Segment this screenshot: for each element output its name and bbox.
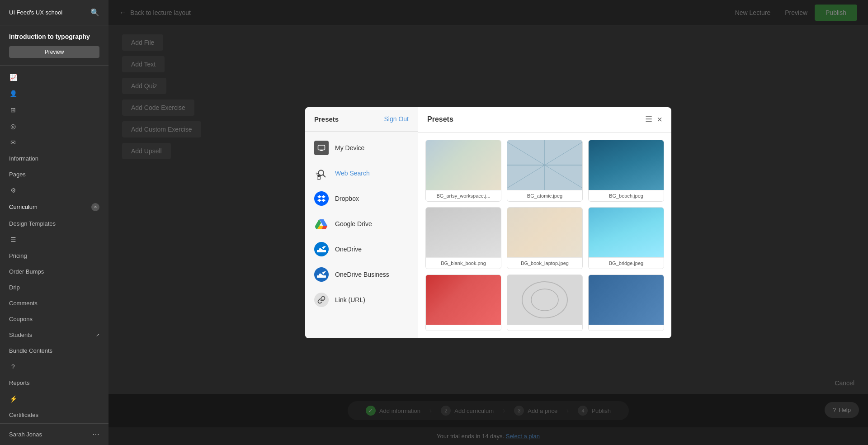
sidebar-item-reports[interactable]: Reports [0, 375, 108, 391]
comments-label: Comments [9, 300, 38, 307]
sidebar-item-dashboard[interactable]: ⊞ [0, 102, 108, 118]
file-item-blank-book[interactable]: BG_blank_book.png [425, 207, 501, 269]
list-icon: ☰ [9, 236, 17, 243]
device-icon [314, 141, 329, 155]
sidebar-item-pages[interactable]: Pages [0, 166, 108, 182]
file-item-book-laptop[interactable]: BG_book_laptop.jpeg [507, 207, 583, 269]
pages-label: Pages [9, 171, 26, 178]
curriculum-badge: ○ [91, 203, 99, 211]
search-icon[interactable]: 🔍 [90, 8, 99, 17]
file-thumb-beach [589, 140, 664, 190]
sidebar-item-curriculum[interactable]: Curriculum ○ [0, 199, 108, 216]
dashboard-icon: ⊞ [9, 106, 17, 114]
sidebar-item-certificates[interactable]: Certificates [0, 407, 108, 423]
dropbox-icon [314, 191, 329, 206]
students-label: Students [9, 331, 32, 338]
sidebar-item-pricing[interactable]: Pricing [0, 248, 108, 264]
sidebar-item-lightning[interactable]: ⚡ [0, 391, 108, 407]
sidebar-item-messages[interactable]: ✉ [0, 134, 108, 151]
help-circle-icon: ? [9, 363, 17, 370]
source-item-my-device[interactable]: My Device [305, 135, 418, 161]
file-name-beach: BG_beach.jpeg [589, 190, 664, 201]
file-thumb-atomic [507, 140, 582, 190]
sidebar-item-list[interactable]: ☰ [0, 232, 108, 248]
file-item-beach[interactable]: BG_beach.jpeg [588, 140, 664, 202]
file-item-artsy[interactable]: BG_artsy_workspace.j... [425, 140, 501, 202]
file-name-atomic: BG_atomic.jpeg [507, 190, 582, 201]
file-name-book-laptop: BG_book_laptop.jpeg [507, 257, 582, 269]
file-name-row3-3 [589, 325, 664, 331]
source-list: My Device Web Search 🖱 [305, 132, 418, 338]
close-modal-button[interactable]: × [657, 114, 662, 125]
sidebar-item-help-circle[interactable]: ? [0, 359, 108, 375]
file-picker-modal: Presets Sign Out My Device [305, 107, 671, 338]
modal-overlay: Presets Sign Out My Device [108, 0, 868, 445]
app-title: UI Feed's UX school [9, 9, 62, 16]
sign-out-link[interactable]: Sign Out [384, 115, 409, 123]
file-item-bridge[interactable]: BG_bridge.jpeg [588, 207, 664, 269]
file-panel-controls: ☰ × [645, 114, 662, 125]
file-thumb-gray [507, 275, 582, 325]
order-bumps-label: Order Bumps [9, 268, 44, 275]
coupons-label: Coupons [9, 316, 33, 322]
source-item-link-url[interactable]: Link (URL) [305, 287, 418, 312]
sidebar-item-comments[interactable]: Comments [0, 295, 108, 311]
main-content: ← Back to lecture layout New Lecture Pre… [108, 0, 868, 445]
link-url-icon [314, 293, 329, 307]
list-view-icon[interactable]: ☰ [645, 114, 652, 124]
file-panel: Presets ☰ × BG_artsy_workspace.j... [418, 107, 671, 338]
sidebar-item-students[interactable]: Students ↗ [0, 327, 108, 343]
drip-label: Drip [9, 284, 20, 291]
certificates-label: Certificates [9, 412, 38, 418]
source-item-google-drive[interactable]: Google Drive [305, 211, 418, 237]
file-name-bridge: BG_bridge.jpeg [589, 257, 664, 269]
sidebar-item-drip[interactable]: Drip [0, 279, 108, 295]
sidebar-item-settings[interactable]: ⚙ [0, 182, 108, 199]
file-item-row3-3[interactable] [588, 275, 664, 331]
source-item-dropbox[interactable]: Dropbox [305, 186, 418, 211]
source-google-drive-label: Google Drive [335, 220, 372, 227]
sidebar-header: UI Feed's UX school 🔍 [0, 0, 108, 25]
svg-rect-0 [318, 145, 325, 150]
sidebar-item-design-templates[interactable]: Design Templates [0, 216, 108, 232]
source-item-onedrive[interactable]: OneDrive [305, 237, 418, 262]
external-link-icon: ↗ [96, 332, 99, 337]
sidebar-item-information[interactable]: Information [0, 151, 108, 166]
pricing-label: Pricing [9, 252, 27, 259]
source-item-onedrive-business[interactable]: OneDrive Business [305, 262, 418, 287]
sidebar-footer: Sarah Jonas ⋯ [0, 423, 108, 445]
sidebar-item-coupons[interactable]: Coupons [0, 311, 108, 327]
source-my-device-label: My Device [335, 144, 364, 151]
sidebar-preview-button[interactable]: Preview [9, 46, 99, 58]
information-label: Information [9, 155, 38, 162]
google-drive-icon [314, 217, 329, 231]
source-panel-title: Presets [314, 115, 339, 123]
file-item-atomic[interactable]: BG_atomic.jpeg [507, 140, 583, 202]
more-menu-icon[interactable]: ⋯ [92, 430, 99, 439]
file-name-row3-2 [507, 325, 582, 331]
sidebar-item-users[interactable]: 👤 [0, 85, 108, 102]
source-panel-header: Presets Sign Out [305, 107, 418, 132]
file-thumb-bridge [589, 208, 664, 257]
source-item-web-search[interactable]: Web Search 🖱 [305, 161, 418, 186]
file-item-row3-2[interactable] [507, 275, 583, 331]
sidebar-item-analytics[interactable]: 📈 [0, 69, 108, 85]
curriculum-label: Curriculum [9, 204, 38, 210]
course-title: Introduction to typography [9, 33, 99, 42]
course-info: Introduction to typography Preview [0, 25, 108, 66]
analytics-icon: 📈 [9, 74, 17, 81]
sidebar-item-bundle-contents[interactable]: Bundle Contents [0, 343, 108, 359]
sidebar-item-revenue[interactable]: ◎ [0, 118, 108, 134]
source-web-search-label: Web Search [335, 170, 370, 177]
lightning-icon: ⚡ [9, 395, 17, 402]
sidebar-item-order-bumps[interactable]: Order Bumps [0, 264, 108, 279]
source-onedrive-label: OneDrive [335, 246, 362, 253]
svg-line-2 [323, 175, 326, 177]
file-name-blank-book: BG_blank_book.png [426, 257, 501, 269]
file-item-row3-1[interactable] [425, 275, 501, 331]
user-name: Sarah Jonas [9, 431, 42, 438]
messages-icon: ✉ [9, 139, 17, 146]
svg-rect-8 [507, 275, 582, 325]
file-thumb-blank-book [426, 208, 501, 257]
onedrive-business-icon [314, 267, 329, 282]
